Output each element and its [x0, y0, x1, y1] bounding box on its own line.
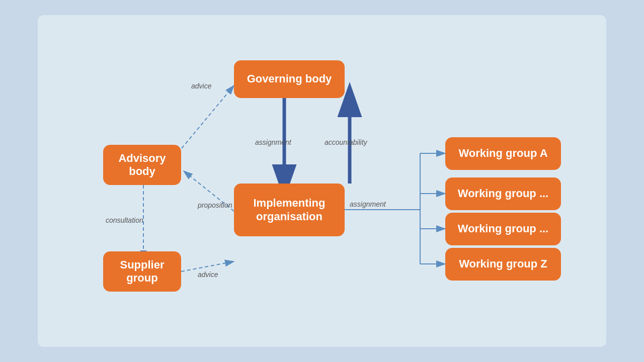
proposition-label: proposition	[198, 201, 232, 209]
working-group-c-node: Working group ...	[445, 213, 561, 245]
advice-bottom-label: advice	[198, 270, 218, 279]
advice-top-label: advice	[191, 82, 211, 90]
svg-line-9	[182, 85, 234, 148]
working-group-b-node: Working group ...	[445, 177, 561, 210]
supplier-group-node: Suppliergroup	[103, 251, 181, 292]
implementing-org-node: Implementingorganisation	[234, 184, 345, 236]
working-group-z-node: Working group Z	[445, 248, 561, 281]
accountability-label: accountability	[325, 138, 367, 146]
svg-line-13	[181, 261, 234, 272]
governing-body-node: Governing body	[234, 60, 345, 98]
assignment-right-label: assignment	[350, 200, 386, 208]
consultation-label: consultation	[106, 216, 143, 224]
advisory-body-node: Advisorybody	[103, 145, 181, 185]
assignment-label: assignment	[255, 138, 291, 146]
working-group-a-node: Working group A	[445, 137, 561, 170]
diagram-container: Governing body Implementingorganisation …	[38, 15, 606, 347]
